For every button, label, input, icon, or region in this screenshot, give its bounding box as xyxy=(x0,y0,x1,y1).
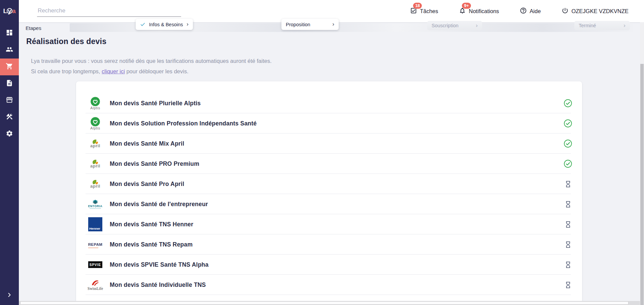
logo-entoria: ENTORIA xyxy=(88,200,103,209)
step-infos-besoins[interactable]: Infos & Besoins › xyxy=(136,19,193,30)
logo-swisslife: SwissLife xyxy=(88,279,103,291)
lya-logo-text: Lya xyxy=(3,7,15,15)
quote-row[interactable]: SPVIE Mon devis SPVIE Santé TNS Alpha xyxy=(76,255,582,275)
logo-repam: REPAM xyxy=(88,241,103,248)
quote-row[interactable]: april Mon devis Santé Pro April xyxy=(76,174,582,194)
step-check-icon xyxy=(140,22,145,27)
sidebar-item-clients[interactable] xyxy=(0,42,19,59)
status-pending-icon xyxy=(563,180,573,188)
info-line-2: Si cela dure trop longtemps, cliquer ici… xyxy=(31,66,272,77)
logo-april: april xyxy=(88,139,103,148)
info-line-1: Lya travaille pour vous : vous serez not… xyxy=(31,56,272,66)
user-name-label: OZEJGKE VZDKVNZE xyxy=(571,8,629,14)
tasks-button[interactable]: 18 Tâches xyxy=(410,7,438,15)
sidebar: Lya xyxy=(0,0,19,305)
quote-title: Mon devis Santé Individuelle TNS xyxy=(110,281,563,289)
sidebar-item-tools[interactable] xyxy=(0,109,19,126)
status-pending-icon xyxy=(563,261,573,269)
status-pending-icon xyxy=(563,281,573,289)
document-icon xyxy=(6,79,13,88)
sidebar-item-settings[interactable] xyxy=(0,126,19,143)
quotes-list: Alptis Mon devis Santé Plurielle Alptis … xyxy=(76,81,582,295)
vertical-scrollbar-track xyxy=(640,22,644,305)
help-button[interactable]: Aide xyxy=(520,7,541,15)
horizontal-scrollbar-thumb[interactable] xyxy=(20,301,629,305)
status-pending-icon xyxy=(563,241,573,249)
entoria-diamond-icon xyxy=(92,200,98,204)
status-done-icon xyxy=(563,139,573,148)
step-proposition[interactable]: Proposition › xyxy=(281,19,339,30)
sidebar-nav xyxy=(0,22,19,143)
quote-row[interactable]: REPAM Mon devis Santé TNS Repam xyxy=(76,234,582,255)
steps-bar: Etapes Infos & Besoins › Proposition › S… xyxy=(19,22,644,36)
vertical-scrollbar-thumb[interactable] xyxy=(640,64,644,305)
notifications-badge: 9+ xyxy=(462,3,471,9)
sidebar-item-sales[interactable] xyxy=(0,59,19,75)
chevron-right-icon: › xyxy=(623,23,625,28)
quote-row[interactable]: april Mon devis Santé Mix April xyxy=(76,134,582,154)
quote-title: Mon devis Santé de l'entrepreneur xyxy=(110,201,563,208)
quote-title: Mon devis Solution Profession Indépendan… xyxy=(110,120,563,127)
power-icon xyxy=(562,7,569,15)
dashboard-icon xyxy=(6,29,13,38)
quote-title: Mon devis Santé Pro April xyxy=(110,181,563,188)
quote-row[interactable]: SwissLife Mon devis Santé Individuelle T… xyxy=(76,275,582,295)
app-logo[interactable]: Lya xyxy=(0,0,19,22)
info-line-2-suffix: pour débloquer les devis. xyxy=(126,68,188,74)
quote-row[interactable]: ENTORIA Mon devis Santé de l'entrepreneu… xyxy=(76,194,582,214)
chevron-right-icon: › xyxy=(187,21,189,27)
chevron-right-icon: › xyxy=(476,23,478,28)
logo-april: april xyxy=(88,159,103,168)
user-menu-button[interactable]: OZEJGKE VZDKVNZE xyxy=(562,7,629,15)
quotes-card: Alptis Mon devis Santé Plurielle Alptis … xyxy=(76,81,582,305)
quote-row[interactable]: Alptis Mon devis Solution Profession Ind… xyxy=(76,113,582,134)
status-done-icon xyxy=(563,159,573,168)
step-label: Infos & Besoins xyxy=(149,22,183,27)
cart-icon xyxy=(6,63,13,71)
sidebar-item-documents[interactable] xyxy=(0,75,19,92)
help-label: Aide xyxy=(530,8,541,14)
sidebar-item-marketplace[interactable] xyxy=(0,92,19,109)
logo-spvie: SPVIE xyxy=(88,261,103,268)
info-line-2-prefix: Si cela dure trop longtemps, xyxy=(31,68,100,74)
storefront-icon xyxy=(6,96,13,105)
sidebar-item-dashboard[interactable] xyxy=(0,25,19,42)
tasks-badge: 18 xyxy=(413,3,422,9)
quote-title: Mon devis Santé TNS Henner xyxy=(110,221,563,228)
quote-title: Mon devis SPVIE Santé TNS Alpha xyxy=(110,261,563,268)
page-title: Réalisation des devis xyxy=(26,37,106,46)
step-termine: Terminé › xyxy=(574,21,630,30)
quote-title: Mon devis Santé PRO Premium xyxy=(110,160,563,167)
logo-henner: Henner xyxy=(88,217,103,231)
logo-alptis: Alptis xyxy=(88,97,103,110)
swisslife-flourish-icon xyxy=(91,279,100,287)
unblock-quotes-link[interactable]: cliquer ici xyxy=(102,68,125,74)
status-done-icon xyxy=(563,119,573,128)
sidebar-expand-button[interactable] xyxy=(0,292,19,300)
step-souscription: Souscription › xyxy=(427,21,482,30)
horizontal-scrollbar-track xyxy=(19,301,640,305)
logo-april: april xyxy=(88,179,103,189)
help-icon xyxy=(520,7,527,15)
status-done-icon xyxy=(563,99,573,108)
quote-row[interactable]: Alptis Mon devis Santé Plurielle Alptis xyxy=(76,93,582,113)
people-icon xyxy=(6,46,13,54)
notifications-button[interactable]: 9+ Notifications xyxy=(459,7,499,15)
search-input[interactable] xyxy=(37,5,181,17)
gear-icon xyxy=(6,130,13,139)
chevron-right-icon xyxy=(6,292,13,300)
quote-row[interactable]: Henner Mon devis Santé TNS Henner xyxy=(76,214,582,234)
step-label: Terminé xyxy=(579,23,596,28)
quote-title: Mon devis Santé TNS Repam xyxy=(110,241,563,248)
topbar-right: 18 Tâches 9+ Notifications Aide OZEJGKE … xyxy=(410,7,644,15)
steps-label: Etapes xyxy=(26,25,41,31)
alptis-heart-icon xyxy=(90,117,100,127)
status-pending-icon xyxy=(563,200,573,208)
notifications-label: Notifications xyxy=(469,8,499,14)
quote-title: Mon devis Santé Plurielle Alptis xyxy=(110,100,563,107)
quote-row[interactable]: april Mon devis Santé PRO Premium xyxy=(76,154,582,174)
logo-alptis: Alptis xyxy=(88,117,103,130)
quote-title: Mon devis Santé Mix April xyxy=(110,140,563,147)
info-block: Lya travaille pour vous : vous serez not… xyxy=(31,56,272,77)
step-label: Proposition xyxy=(286,22,310,27)
